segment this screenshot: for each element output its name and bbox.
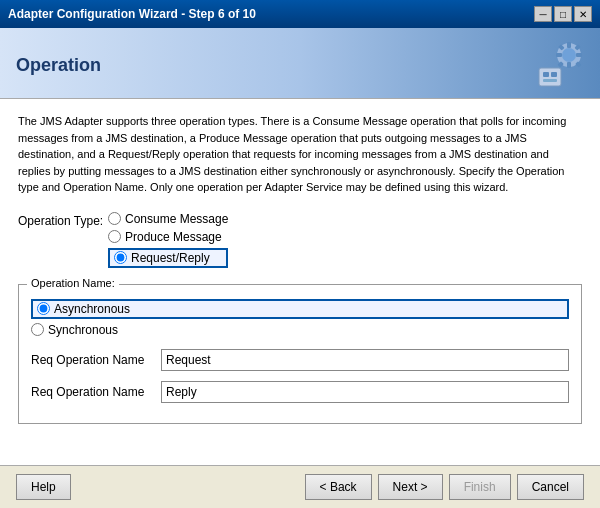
finish-button[interactable]: Finish [449, 474, 511, 500]
radio-async-input[interactable] [37, 302, 50, 315]
radio-sync-label: Synchronous [48, 323, 118, 337]
title-bar-controls: ─ □ ✕ [534, 6, 592, 22]
back-button[interactable]: < Back [305, 474, 372, 500]
operation-type-section: Operation Type: Consume Message Produce … [18, 212, 582, 268]
radio-consume-label: Consume Message [125, 212, 228, 226]
next-button[interactable]: Next > [378, 474, 443, 500]
operation-mode-group: Asynchronous Synchronous [31, 299, 569, 337]
svg-rect-10 [539, 68, 561, 86]
help-button[interactable]: Help [16, 474, 71, 500]
req-operation-name-input-1[interactable] [161, 349, 569, 371]
footer-left: Help [16, 474, 71, 500]
req-operation-name-input-2[interactable] [161, 381, 569, 403]
radio-async-label: Asynchronous [54, 302, 130, 316]
radio-produce-label: Produce Message [125, 230, 222, 244]
svg-rect-2 [567, 42, 571, 48]
svg-rect-3 [567, 62, 571, 68]
radio-sync-input[interactable] [31, 323, 44, 336]
svg-point-1 [562, 48, 576, 62]
description-text: The JMS Adapter supports three operation… [18, 113, 582, 196]
svg-rect-11 [543, 72, 549, 77]
radio-asynchronous[interactable]: Asynchronous [31, 299, 569, 319]
req-operation-name-row-2: Req Operation Name [31, 381, 569, 403]
wizard-footer: Help < Back Next > Finish Cancel [0, 465, 600, 508]
radio-requestreply-label: Request/Reply [131, 251, 210, 265]
operation-name-legend: Operation Name: [27, 277, 119, 289]
radio-requestreply-input[interactable] [114, 251, 127, 264]
operation-name-box: Operation Name: Asynchronous Synchronous… [18, 284, 582, 424]
wizard-header: Operation [0, 28, 600, 99]
req-operation-name-label-2: Req Operation Name [31, 385, 161, 399]
svg-rect-13 [543, 79, 557, 82]
title-bar-text: Adapter Configuration Wizard - Step 6 of… [8, 7, 256, 21]
maximize-button[interactable]: □ [554, 6, 572, 22]
operation-type-radio-group: Consume Message Produce Message Request/… [108, 212, 228, 268]
title-bar: Adapter Configuration Wizard - Step 6 of… [0, 0, 600, 28]
gear-icon [534, 40, 584, 90]
wizard-window: Operation Th [0, 28, 600, 508]
req-operation-name-label-1: Req Operation Name [31, 353, 161, 367]
radio-produce-message[interactable]: Produce Message [108, 230, 228, 244]
svg-rect-12 [551, 72, 557, 77]
svg-rect-4 [556, 53, 562, 57]
radio-synchronous[interactable]: Synchronous [31, 323, 569, 337]
wizard-body: The JMS Adapter supports three operation… [0, 99, 600, 465]
cancel-button[interactable]: Cancel [517, 474, 584, 500]
operation-type-label: Operation Type: [18, 212, 108, 228]
radio-consume-input[interactable] [108, 212, 121, 225]
minimize-button[interactable]: ─ [534, 6, 552, 22]
req-operation-name-row-1: Req Operation Name [31, 349, 569, 371]
radio-produce-input[interactable] [108, 230, 121, 243]
radio-requestreply[interactable]: Request/Reply [108, 248, 228, 268]
close-button[interactable]: ✕ [574, 6, 592, 22]
wizard-header-title: Operation [16, 55, 101, 76]
radio-consume-message[interactable]: Consume Message [108, 212, 228, 226]
svg-rect-5 [576, 53, 582, 57]
footer-right: < Back Next > Finish Cancel [305, 474, 584, 500]
